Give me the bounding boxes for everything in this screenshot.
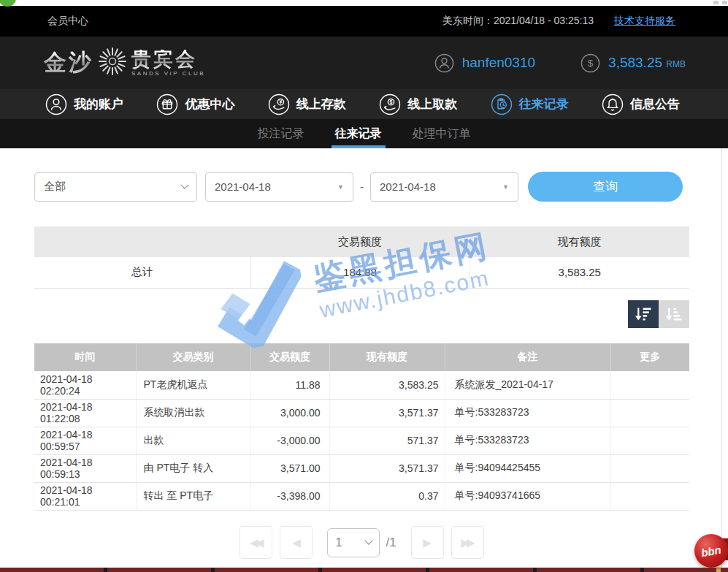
site-header: 金沙 贵宾会 S (0, 37, 728, 89)
page-select-value: 1 (335, 536, 342, 549)
nav-label: 线上取款 (407, 96, 457, 113)
footer-strip (0, 568, 728, 572)
type-select[interactable]: 全部 (34, 172, 197, 202)
cell-amount: 11.88 (250, 371, 329, 399)
first-page-button[interactable]: ◀◀ (240, 526, 272, 559)
type-select-value: 全部 (44, 180, 66, 194)
username: hanfen0310 (462, 55, 535, 71)
chevron-down-icon (365, 536, 373, 544)
triangle-down-icon: ▼ (337, 183, 344, 191)
nav-label: 信息公告 (630, 96, 680, 113)
triangle-down-icon: ▼ (502, 183, 509, 191)
prev-page-button[interactable]: ◀ (280, 526, 313, 559)
logo-text-right: 贵宾会 (131, 50, 205, 69)
date-from-picker[interactable]: 2021-04-18 ▼ (205, 172, 353, 202)
bbn-badge[interactable]: bbn (694, 534, 728, 568)
member-center-link[interactable]: 会员中心 (47, 15, 88, 28)
tech-support-link[interactable]: 技术支持服务 (614, 15, 675, 28)
col-header-balance: 现有额度 (329, 343, 445, 371)
table-row: 2021-04-18 00:59:57 出款 -3,000.00 571.37 … (34, 427, 689, 454)
user-icon (45, 94, 67, 115)
user-avatar-icon (434, 53, 454, 73)
footer-gold-fragment (716, 568, 721, 572)
cell-balance: 3,571.37 (329, 454, 445, 482)
cell-more (610, 371, 689, 399)
scrollbar-track[interactable] (721, 148, 722, 568)
cell-note: 单号:533283723 (445, 427, 610, 454)
nav-label: 我的账户 (74, 96, 123, 113)
main-nav: 我的账户 优惠中心 (0, 89, 728, 119)
browser-chrome-remnant (0, 0, 728, 6)
nav-item-records[interactable]: 往来记录 (491, 94, 569, 115)
topbar-right: 美东时间：2021/04/18 - 03:25:13 技术支持服务 (442, 15, 675, 28)
nav-label: 优惠中心 (185, 96, 234, 113)
sort-ascending-button[interactable] (659, 300, 689, 328)
sort-button-group (628, 300, 689, 328)
user-chip[interactable]: hanfen0310 (434, 53, 535, 73)
nav-item-promotions[interactable]: 优惠中心 (156, 94, 234, 115)
cell-type: 由 PT电子 转入 (136, 454, 250, 482)
table-row: 2021-04-18 00:59:13 由 PT电子 转入 3,571.00 3… (34, 454, 689, 482)
records-header-row: 时间 交易类别 交易额度 现有额度 备注 更多 (34, 343, 689, 371)
window-control-icon (713, 1, 719, 4)
cell-note: 单号:94093741665 (445, 482, 610, 510)
next-page-button[interactable]: ▶ (411, 526, 444, 559)
nav-item-my-account[interactable]: 我的账户 (45, 94, 123, 115)
cell-type: 系统取消出款 (136, 399, 250, 427)
withdraw-icon: $ (379, 94, 401, 115)
svg-text:$: $ (390, 99, 393, 105)
tab-pending-orders[interactable]: 处理中订单 (410, 119, 473, 148)
cell-type: PT老虎机返点 (136, 371, 250, 399)
cell-balance: 571.37 (329, 427, 445, 454)
sub-nav: 投注记录 往来记录 处理中订单 (0, 119, 728, 148)
cell-more (610, 427, 689, 454)
gift-icon (156, 94, 178, 115)
last-page-button[interactable]: ▶▶ (451, 526, 484, 559)
cell-amount: 3,571.00 (250, 454, 329, 482)
bell-icon (602, 94, 624, 115)
cell-note: 单号:94094425455 (445, 454, 610, 482)
cell-balance: 3,571.37 (329, 399, 445, 427)
table-row: 2021-04-18 01:22:08 系统取消出款 3,000.00 3,57… (34, 399, 689, 427)
tab-transaction-records[interactable]: 往来记录 (333, 119, 384, 148)
filter-row: 全部 2021-04-18 ▼ - 2021-04-18 ▼ 查询 (34, 172, 689, 202)
cell-balance: 3,583.25 (329, 371, 445, 399)
sort-ascending-icon (665, 306, 683, 322)
cell-more (610, 454, 689, 482)
nav-item-withdraw[interactable]: $ 线上取款 (379, 94, 457, 115)
chevron-down-icon (180, 180, 188, 188)
page-select[interactable]: 1 (327, 528, 380, 557)
summary-header-balance: 现有额度 (470, 226, 689, 257)
records-icon (491, 94, 513, 115)
cell-more (610, 399, 689, 427)
currency-label: RMB (666, 59, 686, 69)
date-from-value: 2021-04-18 (215, 180, 271, 193)
sort-descending-button[interactable] (628, 300, 659, 328)
nav-item-deposit[interactable]: ¥ 线上存款 (268, 94, 346, 115)
header-right: hanfen0310 $ 3,583.25 RMB (434, 53, 686, 73)
balance-amount: 3,583.25 RMB (608, 55, 686, 71)
summary-header-empty (34, 226, 250, 257)
balance-chip[interactable]: $ 3,583.25 RMB (581, 53, 686, 73)
cell-type: 出款 (136, 427, 250, 454)
chat-bubble-icon (0, 0, 16, 7)
sunburst-icon (96, 45, 129, 81)
search-button[interactable]: 查询 (528, 172, 683, 202)
topbar: 会员中心 美东时间：2021/04/18 - 03:25:13 技术支持服务 (0, 6, 728, 37)
cell-time: 2021-04-18 00:21:01 (34, 482, 136, 510)
svg-text:$: $ (588, 58, 594, 69)
cell-balance: 0.37 (329, 482, 445, 510)
date-to-picker[interactable]: 2021-04-18 ▼ (370, 172, 518, 202)
site-logo[interactable]: 金沙 贵宾会 S (44, 45, 205, 81)
summary-total-amount: 184.88 (250, 257, 470, 288)
deposit-icon: ¥ (268, 94, 290, 115)
summary-total-label: 总计 (34, 257, 250, 288)
cell-time: 2021-04-18 00:59:13 (34, 454, 136, 482)
tab-bet-records[interactable]: 投注记录 (256, 119, 307, 148)
cell-more (610, 482, 689, 510)
logo-subtitle: SANDS VIP CLUB (131, 71, 205, 77)
col-header-amount: 交易额度 (250, 343, 329, 371)
server-time: 美东时间：2021/04/18 - 03:25:13 (442, 15, 594, 28)
summary-table: 交易额度 现有额度 总计 184.88 3,583.25 (34, 226, 689, 289)
nav-item-announcements[interactable]: 信息公告 (602, 94, 680, 115)
